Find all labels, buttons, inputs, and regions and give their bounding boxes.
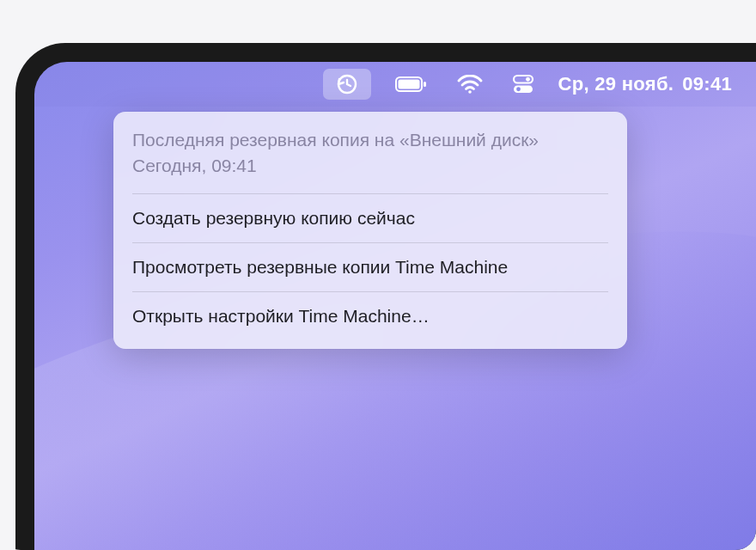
control-center-icon xyxy=(512,73,534,95)
menubar-date-label: Ср, 29 нояб. xyxy=(558,73,674,95)
dropdown-last-backup-label: Последняя резервная копия на «Внешний ди… xyxy=(132,127,608,153)
dropdown-item-backup-now[interactable]: Создать резервную копию сейчас xyxy=(113,196,627,241)
desktop-screen: Ср, 29 нояб. 09:41 Последняя резервная к… xyxy=(34,62,756,550)
timemachine-dropdown: Последняя резервная копия на «Внешний ди… xyxy=(113,112,627,349)
svg-rect-3 xyxy=(424,82,426,87)
svg-point-8 xyxy=(516,87,521,91)
device-frame: Ср, 29 нояб. 09:41 Последняя резервная к… xyxy=(15,43,756,550)
menubar-item-control-center[interactable] xyxy=(507,69,540,100)
menubar: Ср, 29 нояб. 09:41 xyxy=(34,62,756,107)
svg-rect-2 xyxy=(398,80,419,89)
dropdown-header: Последняя резервная копия на «Внешний ди… xyxy=(113,122,627,192)
battery-icon xyxy=(395,76,428,93)
divider xyxy=(132,193,608,194)
dropdown-item-open-settings[interactable]: Открыть настройки Time Machine… xyxy=(113,294,627,339)
menubar-clock[interactable]: Ср, 29 нояб. 09:41 xyxy=(558,73,733,95)
timemachine-icon xyxy=(335,72,359,96)
dropdown-last-backup-time: Сегодня, 09:41 xyxy=(132,153,608,179)
svg-point-4 xyxy=(468,90,472,94)
menubar-time-label: 09:41 xyxy=(682,73,732,95)
dropdown-item-browse-backups[interactable]: Просмотреть резервные копии Time Machine xyxy=(113,245,627,290)
divider xyxy=(132,291,608,292)
menubar-item-battery[interactable] xyxy=(390,69,433,100)
divider xyxy=(132,242,608,243)
svg-point-6 xyxy=(526,77,530,82)
menubar-item-wifi[interactable] xyxy=(452,69,488,100)
wifi-icon xyxy=(457,75,483,94)
menubar-item-timemachine[interactable] xyxy=(323,69,371,100)
